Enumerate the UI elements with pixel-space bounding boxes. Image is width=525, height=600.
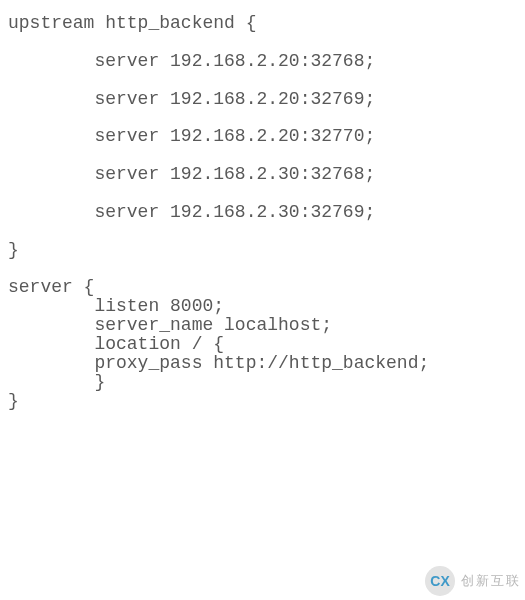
code-line-server-open: server { — [8, 277, 94, 297]
code-line-server-1: server 192.168.2.20:32769; — [8, 89, 375, 109]
code-line-server-2: server 192.168.2.20:32770; — [8, 126, 375, 146]
watermark-logo-icon: CX — [425, 566, 455, 596]
code-line-proxy-pass: proxy_pass http://http_backend; — [8, 353, 429, 373]
code-line-server-close: } — [8, 391, 19, 411]
code-line-server-4: server 192.168.2.30:32769; — [8, 202, 375, 222]
code-line-server-name: server_name localhost; — [8, 315, 332, 335]
watermark: CX 创新互联 — [425, 566, 521, 596]
code-line-server-3: server 192.168.2.30:32768; — [8, 164, 375, 184]
nginx-config-code: upstream http_backend { server 192.168.2… — [0, 0, 525, 419]
code-line-upstream-close: } — [8, 240, 19, 260]
watermark-logo-text: CX — [430, 573, 449, 589]
code-line-location-close: } — [8, 372, 105, 392]
watermark-brand: 创新互联 — [461, 572, 521, 590]
code-line-listen: listen 8000; — [8, 296, 224, 316]
code-line-server-0: server 192.168.2.20:32768; — [8, 51, 375, 71]
code-line-location: location / { — [8, 334, 224, 354]
code-line-upstream-open: upstream http_backend { — [8, 13, 256, 33]
